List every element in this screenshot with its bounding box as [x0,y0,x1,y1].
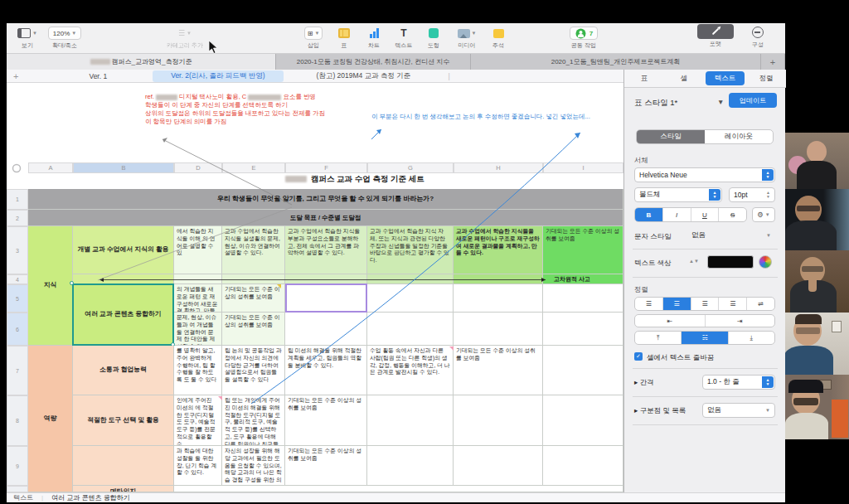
cell-f8[interactable]: 기대되는 모든 수준 이상의 성취를 보여줌 [285,395,367,446]
bullets-dropdown[interactable]: 없음 ▼ [702,403,775,418]
cell-i7[interactable] [543,346,623,395]
cell-g3[interactable]: 교과 수업에서 학습한 지식 자체, 또는 지식과 관련된 다양한 주장과 신념… [367,226,454,274]
bold-button-selected[interactable]: B [635,208,663,221]
chevron-down-icon[interactable]: ▼ [717,98,724,106]
column-header-i[interactable]: I [543,162,623,173]
cell-d7[interactable]: 를 명확히 알고, 주어 완벽하게 수행하며, 팀 할 수행을 잘 하도록 도 … [174,346,222,395]
stepper-icon[interactable]: ▲▼ [766,191,770,199]
column-header-b[interactable]: B [73,162,174,173]
cell-g5[interactable] [367,284,454,313]
color-wheel-icon[interactable] [759,255,772,269]
document-tab-active[interactable]: 캠퍼스_교과영역_측정기준 [7,54,276,70]
cell-i5[interactable] [543,284,623,313]
cell-b7[interactable]: 소통과 협업능력 [73,346,174,395]
pink-comment-marker[interactable] [218,396,222,400]
align-center-icon[interactable]: ☰ [663,298,691,310]
column-header-d[interactable]: D [174,162,222,173]
table-handle-icon[interactable] [12,163,22,173]
organize-button[interactable]: 구성 [743,26,773,49]
cell-h3[interactable]: 교과 수업에서 학습한 지식들을 새로운 패턴이나 구조로 재구성하여 새로운 … [454,226,543,274]
segment-layout[interactable]: 레이아웃 [705,130,773,143]
cell-b5-selected[interactable]: 여러 교과 콘텐츠 융합하기 [73,284,174,346]
valign-middle-icon[interactable]: ☵ [682,332,728,344]
cell-e6[interactable]: 기대되는 모든 수준 이상의 성취를 보여줌 [222,313,285,346]
selection-handle[interactable] [70,281,74,285]
column-header-h[interactable]: H [454,162,543,173]
cell-i3[interactable]: 기대되는 모든 수준 이상의 성취를 보여줌 [543,226,623,274]
cell-goal-header[interactable]: 도달 목표 / 수준별 도달점 [28,210,623,226]
document-tab-2[interactable]: 2020-1모둠 코칭팀 건강상태, 취침시간, 컨디션 지수 [276,54,471,70]
cell-d6[interactable]: 문제, 현상, 이슈들과 여 개념들을 연결하여 문제 한 대안을 제시할 수 … [174,313,222,346]
row-number[interactable]: 1 [7,189,28,210]
cell-h6[interactable] [454,313,543,346]
participant-video-5[interactable] [785,375,849,439]
row-number[interactable]: 2 [7,210,28,226]
row-number[interactable]: 3 [7,226,28,274]
cell-e8[interactable]: 팀 또는 개인에게 주어진 미션의 해결을 위해 적절한 도구(디지털 도구, … [222,395,285,446]
cell-i9[interactable] [543,446,623,486]
cell-e3[interactable]: 교과 수업에서 학습한 지식을 실생활의 문제, 현상, 이슈와 연결하여 설명… [222,226,285,274]
cell-f5-collaborator-selected[interactable] [285,284,367,313]
cell-b10-clipped[interactable]: 메타인지 [73,486,174,492]
strikethrough-button[interactable]: S [719,208,746,221]
align-right-icon[interactable]: ☰ [691,298,720,310]
row-number[interactable]: 4 [7,274,28,284]
column-header-e[interactable]: E [222,162,285,173]
row-number[interactable]: 8 [7,395,28,446]
add-category-button[interactable]: ☰▼ 카테고리 추가 [160,27,210,50]
cell-g7[interactable]: 수업 활동 속에서 자신과 다른 사람(팀원 또는 다른 학생)의 생각, 감정… [367,346,454,395]
cell-h5[interactable] [454,284,543,313]
cell-category-competency[interactable]: 역량 [28,346,73,492]
align-auto-icon[interactable]: ⇌ [747,298,774,310]
cell-e9[interactable]: 자신의 성장을 위해 해당 교과에서 필요한 도움을 요청할 수 있으며, 해당… [222,446,285,486]
document-tab-3[interactable]: 2020_1모둠_팀앤팀_개인주제프로젝트계획 [471,54,761,70]
participant-video-4[interactable] [785,313,849,375]
italic-button[interactable]: I [663,208,691,221]
align-justify-icon[interactable]: ☰ [719,298,747,310]
media-button[interactable]: ▼ 미디어 [451,27,483,50]
chart-button[interactable]: 차트 [361,27,386,50]
row-number[interactable]: 5 [7,284,28,313]
tab-table[interactable]: 표 [624,70,664,87]
cell-row10[interactable] [174,486,623,492]
zoom-control[interactable]: 120%▼ 확대/축소 [46,27,83,50]
valign-bottom-icon[interactable]: ⤓ [729,332,774,344]
cell-h9[interactable] [454,446,543,486]
cell-d9[interactable]: 과 학습에 대한 성찰을 을 위한 장, 단기 학습 계 할 수 있다. [174,446,222,486]
stepper-icon[interactable]: ▲▼ [709,189,720,201]
cell-category-knowledge[interactable]: 지식 [28,226,73,346]
tab-arrange[interactable]: 정렬 [746,70,786,87]
font-weight-dropdown[interactable]: 볼드체 ▲▼ [634,187,722,202]
collaborate-button[interactable]: 7 공동 작업 [560,27,607,50]
format-button[interactable]: 포맷 [695,25,736,48]
valign-top-icon[interactable]: ⤒ [635,332,682,344]
yellow-comment-marker[interactable] [277,284,281,288]
segment-style-selected[interactable]: 스타일 [637,130,705,143]
column-header-f[interactable]: F [285,162,367,173]
wrap-text-checkbox-checked[interactable]: ✓ [634,352,643,361]
advanced-options-button[interactable]: ⚙▼ [752,207,775,222]
sheet-tab-ver2-selected[interactable]: Ver. 2(리사, 졸라 피드백 반영) [153,70,283,82]
cell-f7[interactable]: 팀 미션의 해결을 위해 적절한 계획을 세우고, 팀원들의 역할을 분배할 수… [285,346,367,395]
cell-b3[interactable]: 개별 교과 수업에서 지식의 활용 [73,226,174,274]
cell-b9[interactable] [73,446,174,486]
column-header-g[interactable]: G [367,162,454,173]
cell-g8[interactable] [367,395,454,446]
shape-button[interactable]: 도형 [421,27,446,50]
comment-button[interactable]: 주석 [486,27,511,50]
column-header-a[interactable]: A [28,162,73,173]
cell-d8[interactable]: 인에게 주어진 미션의 에 적절한 도구(디지털 도 도구, 예술적 도구 등)… [174,395,222,446]
stepper-icon[interactable]: ▲▼ [762,169,774,181]
participant-video-2[interactable] [785,189,849,250]
cell-d5[interactable]: 의 개념들을 새로운 패턴 로 재구성하여 새로운 결 획하고, 만들 수 있다… [174,284,222,313]
cell-question-header[interactable]: 우리 학생들이 무엇을 알기를, 그리고 무엇을 할 수 있게 되기를 바라는가… [28,189,623,210]
underline-button[interactable]: U [691,208,720,221]
align-left-icon[interactable]: ☰ [635,298,663,310]
text-color-swatch[interactable] [707,255,754,269]
participant-video-1[interactable] [785,133,849,189]
insert-button[interactable]: ⊞▼ 삽입 [298,27,328,50]
cell-h8[interactable] [454,395,543,446]
spacing-dropdown[interactable]: 1.0 - 한 줄 ▲▼ [702,375,775,390]
spacing-row[interactable]: ▸ 간격 [634,378,654,388]
sheet-tab-ver1[interactable]: Ver. 1 [89,72,107,80]
